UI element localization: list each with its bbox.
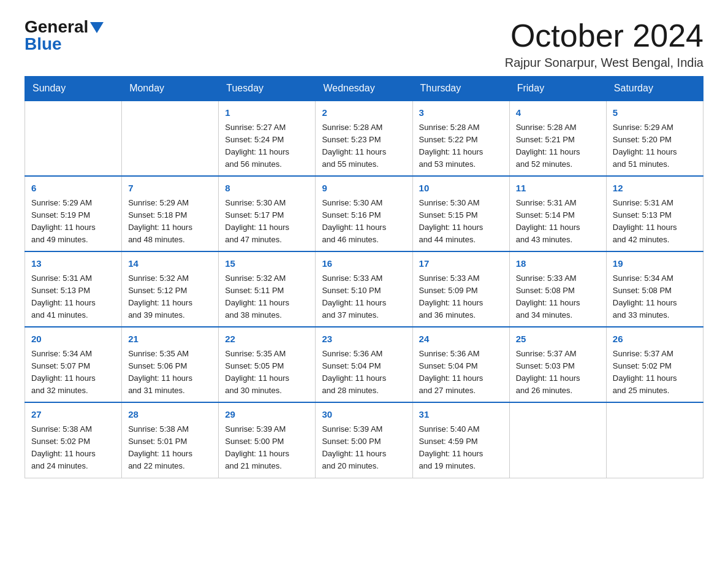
- calendar-header-row: SundayMondayTuesdayWednesdayThursdayFrid…: [25, 77, 703, 101]
- day-number: 31: [419, 408, 503, 422]
- day-number: 14: [128, 257, 212, 271]
- calendar-cell: 29Sunrise: 5:39 AM Sunset: 5:00 PM Dayli…: [219, 402, 316, 478]
- calendar-week-row: 27Sunrise: 5:38 AM Sunset: 5:02 PM Dayli…: [25, 402, 703, 478]
- day-info: Sunrise: 5:28 AM Sunset: 5:21 PM Dayligh…: [516, 121, 600, 171]
- day-number: 13: [31, 257, 115, 271]
- calendar-cell: 7Sunrise: 5:29 AM Sunset: 5:18 PM Daylig…: [122, 176, 219, 251]
- calendar-day-header: Saturday: [606, 77, 703, 101]
- calendar-week-row: 1Sunrise: 5:27 AM Sunset: 5:24 PM Daylig…: [25, 101, 703, 176]
- calendar-cell: 20Sunrise: 5:34 AM Sunset: 5:07 PM Dayli…: [25, 327, 122, 402]
- day-number: 1: [225, 106, 309, 120]
- title-block: October 2024 Rajpur Sonarpur, West Benga…: [505, 18, 703, 70]
- day-number: 6: [31, 182, 115, 196]
- day-number: 16: [322, 257, 406, 271]
- calendar-cell: 19Sunrise: 5:34 AM Sunset: 5:08 PM Dayli…: [606, 251, 703, 327]
- day-number: 3: [419, 106, 503, 120]
- day-info: Sunrise: 5:33 AM Sunset: 5:10 PM Dayligh…: [322, 272, 406, 322]
- day-info: Sunrise: 5:33 AM Sunset: 5:09 PM Dayligh…: [419, 272, 503, 322]
- calendar-cell: 2Sunrise: 5:28 AM Sunset: 5:23 PM Daylig…: [316, 101, 412, 176]
- calendar-cell: 6Sunrise: 5:29 AM Sunset: 5:19 PM Daylig…: [25, 176, 122, 251]
- calendar-cell: 3Sunrise: 5:28 AM Sunset: 5:22 PM Daylig…: [412, 101, 509, 176]
- calendar-cell: 24Sunrise: 5:36 AM Sunset: 5:04 PM Dayli…: [412, 327, 509, 402]
- day-info: Sunrise: 5:35 AM Sunset: 5:05 PM Dayligh…: [225, 348, 309, 397]
- calendar-cell: 28Sunrise: 5:38 AM Sunset: 5:01 PM Dayli…: [122, 402, 219, 478]
- day-number: 21: [128, 332, 212, 347]
- day-number: 9: [322, 182, 406, 196]
- calendar-subtitle: Rajpur Sonarpur, West Bengal, India: [505, 56, 703, 70]
- day-info: Sunrise: 5:36 AM Sunset: 5:04 PM Dayligh…: [322, 348, 406, 397]
- calendar-title: October 2024: [505, 18, 703, 53]
- day-info: Sunrise: 5:31 AM Sunset: 5:14 PM Dayligh…: [516, 197, 600, 247]
- day-info: Sunrise: 5:32 AM Sunset: 5:12 PM Dayligh…: [128, 272, 212, 322]
- calendar-day-header: Monday: [122, 77, 219, 101]
- day-info: Sunrise: 5:31 AM Sunset: 5:13 PM Dayligh…: [613, 197, 697, 247]
- day-number: 15: [225, 257, 309, 271]
- day-number: 8: [225, 182, 309, 196]
- calendar-cell: 16Sunrise: 5:33 AM Sunset: 5:10 PM Dayli…: [316, 251, 412, 327]
- day-number: 19: [613, 257, 697, 271]
- day-info: Sunrise: 5:38 AM Sunset: 5:01 PM Dayligh…: [128, 423, 212, 473]
- calendar-day-header: Sunday: [25, 77, 122, 101]
- day-info: Sunrise: 5:37 AM Sunset: 5:03 PM Dayligh…: [516, 348, 600, 397]
- calendar-cell: [122, 101, 219, 176]
- day-number: 2: [322, 106, 406, 120]
- day-number: 18: [516, 257, 600, 271]
- calendar-cell: [25, 101, 122, 176]
- day-info: Sunrise: 5:33 AM Sunset: 5:08 PM Dayligh…: [516, 272, 600, 322]
- day-info: Sunrise: 5:27 AM Sunset: 5:24 PM Dayligh…: [225, 121, 309, 171]
- day-number: 11: [516, 182, 600, 196]
- day-info: Sunrise: 5:37 AM Sunset: 5:02 PM Dayligh…: [613, 348, 697, 397]
- day-number: 28: [128, 408, 212, 422]
- day-info: Sunrise: 5:29 AM Sunset: 5:20 PM Dayligh…: [613, 121, 697, 171]
- calendar-cell: 12Sunrise: 5:31 AM Sunset: 5:13 PM Dayli…: [606, 176, 703, 251]
- calendar-cell: 21Sunrise: 5:35 AM Sunset: 5:06 PM Dayli…: [122, 327, 219, 402]
- day-number: 26: [613, 332, 697, 347]
- calendar-week-row: 13Sunrise: 5:31 AM Sunset: 5:13 PM Dayli…: [25, 251, 703, 327]
- day-info: Sunrise: 5:40 AM Sunset: 4:59 PM Dayligh…: [419, 423, 503, 473]
- calendar-cell: 11Sunrise: 5:31 AM Sunset: 5:14 PM Dayli…: [509, 176, 606, 251]
- calendar-week-row: 6Sunrise: 5:29 AM Sunset: 5:19 PM Daylig…: [25, 176, 703, 251]
- calendar-cell: 23Sunrise: 5:36 AM Sunset: 5:04 PM Dayli…: [316, 327, 412, 402]
- logo-blue: Blue: [25, 34, 62, 53]
- day-info: Sunrise: 5:36 AM Sunset: 5:04 PM Dayligh…: [419, 348, 503, 397]
- day-info: Sunrise: 5:31 AM Sunset: 5:13 PM Dayligh…: [31, 272, 115, 322]
- day-info: Sunrise: 5:34 AM Sunset: 5:07 PM Dayligh…: [31, 348, 115, 397]
- logo: General Blue: [25, 18, 104, 53]
- calendar-cell: 1Sunrise: 5:27 AM Sunset: 5:24 PM Daylig…: [219, 101, 316, 176]
- logo-arrow-icon: [90, 22, 104, 33]
- day-info: Sunrise: 5:39 AM Sunset: 5:00 PM Dayligh…: [322, 423, 406, 473]
- day-number: 7: [128, 182, 212, 196]
- day-number: 12: [613, 182, 697, 196]
- day-number: 4: [516, 106, 600, 120]
- calendar-cell: 26Sunrise: 5:37 AM Sunset: 5:02 PM Dayli…: [606, 327, 703, 402]
- day-number: 29: [225, 408, 309, 422]
- calendar-week-row: 20Sunrise: 5:34 AM Sunset: 5:07 PM Dayli…: [25, 327, 703, 402]
- day-info: Sunrise: 5:35 AM Sunset: 5:06 PM Dayligh…: [128, 348, 212, 397]
- calendar-cell: 22Sunrise: 5:35 AM Sunset: 5:05 PM Dayli…: [219, 327, 316, 402]
- day-info: Sunrise: 5:30 AM Sunset: 5:16 PM Dayligh…: [322, 197, 406, 247]
- calendar-cell: 5Sunrise: 5:29 AM Sunset: 5:20 PM Daylig…: [606, 101, 703, 176]
- day-number: 10: [419, 182, 503, 196]
- calendar-cell: 13Sunrise: 5:31 AM Sunset: 5:13 PM Dayli…: [25, 251, 122, 327]
- day-number: 27: [31, 408, 115, 422]
- calendar-day-header: Friday: [509, 77, 606, 101]
- calendar-cell: 18Sunrise: 5:33 AM Sunset: 5:08 PM Dayli…: [509, 251, 606, 327]
- day-number: 23: [322, 332, 406, 347]
- day-info: Sunrise: 5:30 AM Sunset: 5:15 PM Dayligh…: [419, 197, 503, 247]
- calendar-cell: 4Sunrise: 5:28 AM Sunset: 5:21 PM Daylig…: [509, 101, 606, 176]
- day-info: Sunrise: 5:29 AM Sunset: 5:19 PM Dayligh…: [31, 197, 115, 247]
- calendar-cell: [606, 402, 703, 478]
- calendar-cell: 14Sunrise: 5:32 AM Sunset: 5:12 PM Dayli…: [122, 251, 219, 327]
- day-number: 22: [225, 332, 309, 347]
- day-number: 20: [31, 332, 115, 347]
- day-info: Sunrise: 5:28 AM Sunset: 5:23 PM Dayligh…: [322, 121, 406, 171]
- svg-marker-0: [90, 22, 104, 33]
- calendar-cell: 15Sunrise: 5:32 AM Sunset: 5:11 PM Dayli…: [219, 251, 316, 327]
- calendar-cell: 17Sunrise: 5:33 AM Sunset: 5:09 PM Dayli…: [412, 251, 509, 327]
- calendar-cell: 8Sunrise: 5:30 AM Sunset: 5:17 PM Daylig…: [219, 176, 316, 251]
- day-info: Sunrise: 5:28 AM Sunset: 5:22 PM Dayligh…: [419, 121, 503, 171]
- calendar-cell: 30Sunrise: 5:39 AM Sunset: 5:00 PM Dayli…: [316, 402, 412, 478]
- calendar-cell: 27Sunrise: 5:38 AM Sunset: 5:02 PM Dayli…: [25, 402, 122, 478]
- day-info: Sunrise: 5:32 AM Sunset: 5:11 PM Dayligh…: [225, 272, 309, 322]
- calendar-cell: 25Sunrise: 5:37 AM Sunset: 5:03 PM Dayli…: [509, 327, 606, 402]
